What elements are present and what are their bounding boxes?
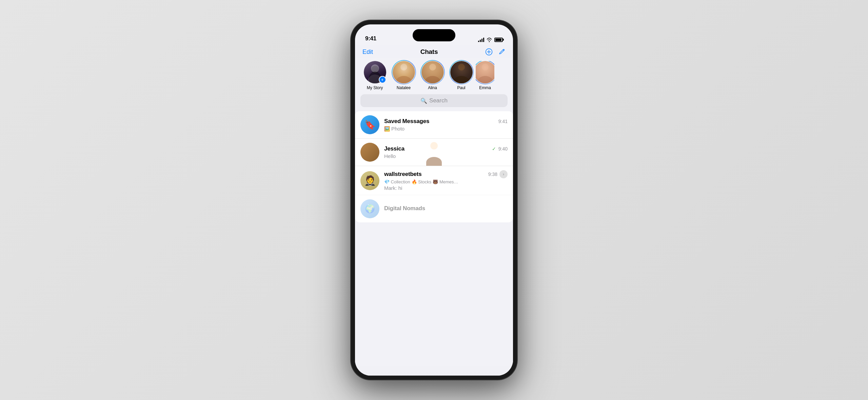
wsb-tag-stocks: 🔥 Stocks	[412, 179, 432, 184]
jessica-name: Jessica	[384, 145, 405, 152]
jessica-time: 9:40	[498, 146, 508, 152]
edit-button[interactable]: Edit	[362, 48, 373, 56]
wsb-preview: Mark: hi	[384, 185, 402, 191]
wsb-forward-icon: ›	[499, 170, 508, 178]
nav-actions	[485, 48, 506, 56]
saved-messages-preview: Photo	[391, 126, 508, 132]
dynamic-island	[413, 29, 455, 41]
search-bar[interactable]: 🔍 Search	[360, 94, 508, 107]
story-item-paul[interactable]: Paul	[447, 61, 476, 90]
scene: 9:41	[0, 0, 868, 400]
natalee-avatar-wrapper	[393, 61, 415, 83]
emma-avatar	[476, 61, 494, 83]
saved-messages-preview-row: 🖼️ Photo	[384, 126, 508, 132]
wsb-name: wallstreetbets	[384, 171, 422, 178]
wsb-preview-row: Mark: hi	[384, 185, 508, 191]
chat-item-saved-messages[interactable]: 🔖 Saved Messages 9:41 🖼️ Photo	[355, 111, 513, 138]
paul-avatar-wrapper	[450, 61, 473, 83]
bottom-fade-overlay	[355, 342, 513, 376]
chat-item-wsb[interactable]: 🤵 wallstreetbets 9:38 › 💎	[355, 166, 513, 195]
chat-item-jessica[interactable]: Jessica ✓ 9:40 Hello	[355, 138, 513, 166]
wsb-time: 9:38	[488, 172, 497, 177]
saved-messages-name-row: Saved Messages 9:41	[384, 118, 508, 125]
jessica-avatar	[360, 143, 379, 162]
digital-nomads-name: Digital Nomads	[384, 205, 425, 212]
paul-avatar	[450, 61, 473, 83]
saved-messages-time: 9:41	[498, 119, 508, 124]
bookmark-icon: 🔖	[364, 120, 375, 130]
wsb-avatar: 🤵	[360, 171, 379, 190]
jessica-info: Jessica ✓ 9:40 Hello	[384, 145, 508, 159]
status-time: 9:41	[365, 35, 376, 42]
story-name-paul: Paul	[457, 85, 465, 90]
story-item-natalee[interactable]: Natalee	[389, 61, 418, 90]
search-placeholder: Search	[429, 97, 448, 104]
story-name-emma: Emma	[479, 85, 491, 90]
stories-row: + My Story Natalee	[355, 58, 513, 94]
jessica-preview-row: Hello	[384, 153, 508, 159]
story-item-emma[interactable]: Emma	[476, 61, 494, 90]
digital-nomads-info: Digital Nomads	[384, 205, 508, 213]
jessica-preview: Hello	[384, 153, 508, 159]
app-content: Edit Chats	[355, 45, 513, 376]
natalee-avatar	[393, 61, 415, 83]
story-name-natalee: Natalee	[397, 85, 411, 90]
add-story-badge: +	[379, 76, 386, 83]
screen: 9:41	[355, 24, 513, 376]
status-icons	[478, 37, 503, 42]
page-title: Chats	[420, 48, 438, 56]
wsb-name-row: wallstreetbets 9:38 ›	[384, 170, 508, 178]
photo-emoji: 🖼️	[384, 126, 390, 132]
alina-avatar	[421, 61, 444, 83]
saved-messages-name: Saved Messages	[384, 118, 429, 125]
emma-avatar-wrapper	[476, 61, 494, 83]
chat-item-digital-nomads[interactable]: 🌍 Digital Nomads	[355, 195, 513, 222]
signal-icon	[478, 37, 484, 42]
story-name-my-story: My Story	[367, 85, 383, 90]
nav-bar: Edit Chats	[355, 45, 513, 58]
compose-icon[interactable]	[498, 48, 506, 56]
search-icon: 🔍	[420, 98, 427, 104]
chat-list: 🔖 Saved Messages 9:41 🖼️ Photo	[355, 111, 513, 222]
message-check-icon: ✓	[492, 146, 496, 152]
story-item-alina[interactable]: Alina	[418, 61, 447, 90]
wsb-tag-memes: 🐻 Memes…	[433, 179, 458, 184]
wsb-info: wallstreetbets 9:38 › 💎 Collection 🔥 Sto…	[384, 170, 508, 191]
story-item-my-story[interactable]: + My Story	[360, 61, 389, 90]
my-story-avatar-wrapper: +	[364, 61, 386, 83]
wifi-icon	[486, 38, 492, 42]
wsb-tag-collection: 💎 Collection	[384, 179, 410, 184]
battery-icon	[494, 38, 503, 42]
digital-nomads-avatar: 🌍	[360, 199, 379, 218]
jessica-name-row: Jessica ✓ 9:40	[384, 145, 508, 152]
add-contact-icon[interactable]	[485, 48, 493, 56]
digital-nomads-name-row: Digital Nomads	[384, 205, 508, 212]
story-name-alina: Alina	[428, 85, 437, 90]
phone-shell: 9:41	[351, 20, 517, 380]
wsb-tags: 💎 Collection 🔥 Stocks 🐻 Memes…	[384, 179, 508, 184]
saved-messages-avatar: 🔖	[360, 115, 379, 134]
saved-messages-info: Saved Messages 9:41 🖼️ Photo	[384, 118, 508, 132]
alina-avatar-wrapper	[421, 61, 444, 83]
